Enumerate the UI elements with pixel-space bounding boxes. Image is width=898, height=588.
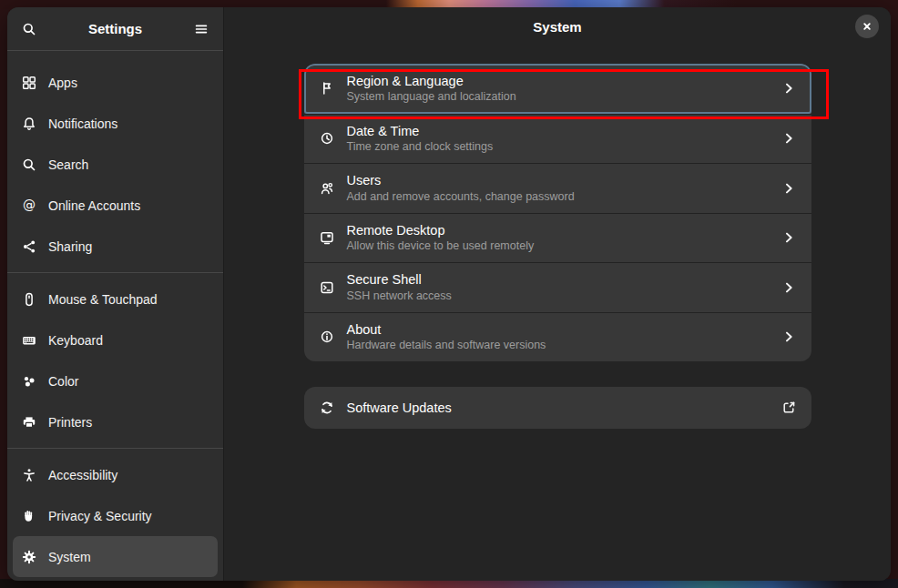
settings-row-users[interactable]: Users Add and remove accounts, change pa…	[304, 163, 811, 213]
sidebar-item-notifications[interactable]: Notifications	[13, 103, 218, 144]
sidebar-item-label: System	[48, 550, 91, 564]
close-button[interactable]	[855, 15, 879, 38]
row-subtitle: Hardware details and software versions	[347, 339, 769, 351]
chevron-right-icon	[781, 230, 796, 245]
row-subtitle: SSH network access	[347, 289, 769, 302]
settings-row-software-updates[interactable]: Software Updates	[304, 387, 811, 429]
accessibility-icon	[22, 468, 36, 482]
sidebar-item-label: Search	[48, 157, 88, 172]
settings-row-region-language[interactable]: Region & Language System language and lo…	[304, 64, 811, 114]
sidebar-item-color[interactable]: Color	[13, 360, 218, 401]
row-title: Software Updates	[347, 400, 769, 416]
remote-desktop-icon	[320, 230, 334, 245]
sidebar-item-system[interactable]: System	[13, 536, 218, 577]
settings-window: Settings Apps Notifications Search @ Onl…	[7, 7, 891, 581]
sidebar-headerbar: Settings	[7, 7, 223, 50]
sidebar-item-label: Privacy & Security	[48, 509, 152, 523]
keyboard-icon	[22, 333, 36, 348]
page-title: System	[533, 19, 581, 35]
close-icon	[860, 19, 874, 34]
chevron-right-icon	[781, 329, 796, 344]
row-subtitle: System language and localization	[347, 90, 769, 103]
sidebar-item-mouse-touchpad[interactable]: Mouse & Touchpad	[13, 279, 218, 319]
sidebar-item-privacy-security[interactable]: Privacy & Security	[13, 495, 218, 536]
sidebar-item-label: Keyboard	[48, 333, 103, 348]
settings-row-about[interactable]: About Hardware details and software vers…	[304, 312, 811, 362]
row-subtitle: Add and remove accounts, change password	[347, 190, 769, 203]
sidebar-item-search[interactable]: Search	[13, 144, 218, 185]
row-subtitle: Time zone and clock settings	[347, 140, 769, 153]
raised-hand-icon	[22, 509, 36, 523]
flag-icon	[320, 81, 334, 96]
hamburger-menu-icon	[194, 22, 209, 36]
settings-row-date-time[interactable]: Date & Time Time zone and clock settings	[304, 114, 811, 164]
terminal-icon	[320, 280, 334, 295]
refresh-icon	[320, 400, 334, 415]
gear-icon	[22, 550, 36, 564]
chevron-right-icon	[781, 280, 796, 295]
sidebar-item-label: Notifications	[48, 117, 117, 131]
content-headerbar: System	[224, 7, 891, 50]
sidebar: Settings Apps Notifications Search @ Onl…	[7, 7, 224, 581]
sidebar-item-sharing[interactable]: Sharing	[13, 226, 218, 267]
row-title: Users	[347, 173, 769, 188]
search-button[interactable]	[15, 15, 44, 44]
share-icon	[22, 239, 36, 254]
row-title: Region & Language	[347, 74, 769, 89]
content-pane: System Region & Language System language…	[224, 7, 891, 581]
settings-row-remote-desktop[interactable]: Remote Desktop Allow this device to be u…	[304, 213, 811, 263]
sidebar-nav: Apps Notifications Search @ Online Accou…	[7, 51, 223, 581]
sidebar-item-accessibility[interactable]: Accessibility	[13, 454, 218, 495]
software-updates-card: Software Updates	[304, 387, 811, 429]
sidebar-item-apps[interactable]: Apps	[13, 62, 218, 103]
chevron-right-icon	[781, 181, 796, 196]
printer-icon	[22, 415, 36, 430]
at-symbol-icon: @	[22, 198, 36, 213]
sidebar-item-online-accounts[interactable]: @ Online Accounts	[13, 185, 218, 226]
svg-text:@: @	[23, 198, 36, 212]
users-icon	[320, 181, 334, 196]
sidebar-group-separator	[7, 448, 223, 449]
mouse-icon	[22, 292, 36, 307]
sidebar-item-label: Printers	[48, 415, 92, 430]
sidebar-item-label: Accessibility	[48, 468, 117, 482]
row-title: Date & Time	[347, 124, 769, 139]
chevron-right-icon	[781, 131, 796, 146]
info-icon	[320, 329, 334, 344]
clock-icon	[320, 131, 334, 146]
color-profiles-icon	[22, 374, 36, 389]
sidebar-item-keyboard[interactable]: Keyboard	[13, 319, 218, 360]
sidebar-item-label: Online Accounts	[48, 198, 140, 213]
sidebar-item-label: Sharing	[48, 239, 92, 254]
sidebar-title: Settings	[44, 21, 187, 36]
search-icon	[22, 157, 36, 172]
sidebar-item-label: Color	[48, 374, 78, 389]
row-title: Remote Desktop	[347, 223, 769, 238]
search-icon	[22, 22, 36, 36]
sidebar-group-separator	[7, 272, 223, 273]
row-title: About	[347, 322, 769, 338]
row-title: Secure Shell	[347, 272, 769, 288]
row-subtitle: Allow this device to be used remotely	[347, 239, 769, 252]
sidebar-item-printers[interactable]: Printers	[13, 401, 218, 442]
apps-grid-icon	[22, 76, 36, 90]
chevron-right-icon	[781, 81, 796, 96]
main-menu-button[interactable]	[187, 15, 216, 44]
bell-icon	[22, 117, 36, 131]
sidebar-item-label: Apps	[48, 76, 77, 90]
content-body: Region & Language System language and lo…	[224, 50, 891, 581]
system-settings-card: Region & Language System language and lo…	[304, 64, 811, 361]
settings-row-secure-shell[interactable]: Secure Shell SSH network access	[304, 262, 811, 312]
sidebar-item-label: Mouse & Touchpad	[48, 292, 158, 307]
external-link-icon	[781, 400, 796, 415]
